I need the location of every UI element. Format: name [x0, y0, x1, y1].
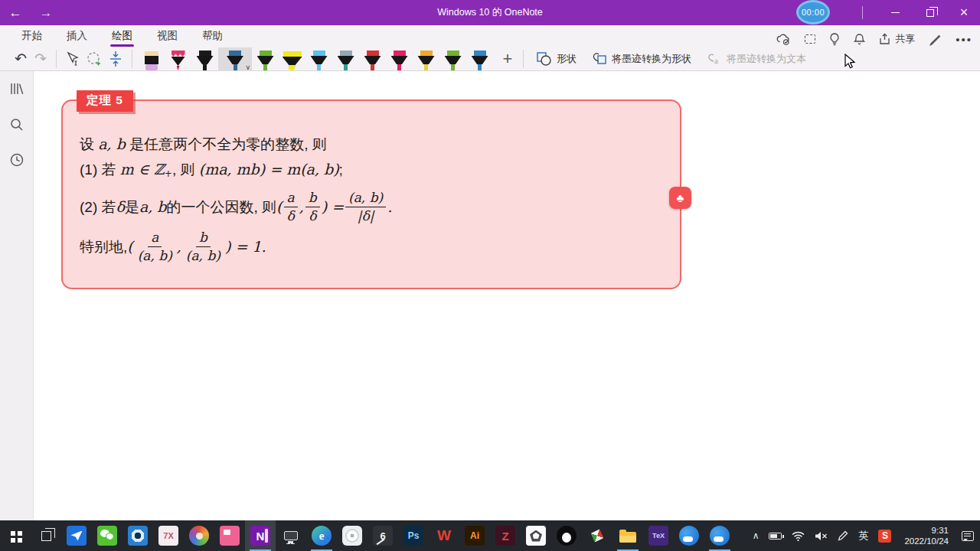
illustrator[interactable]: Ai: [459, 520, 490, 551]
recording-timer: 00:00: [796, 0, 830, 24]
notebooks-icon[interactable]: [8, 82, 25, 100]
app-pink[interactable]: [214, 520, 245, 551]
pen-options-chevron[interactable]: ∨: [245, 64, 250, 71]
highlighter-yellow[interactable]: [279, 47, 305, 71]
svg-text:a: a: [714, 56, 718, 65]
tab-help[interactable]: 帮助: [190, 25, 235, 46]
insert-space-tool[interactable]: [105, 51, 126, 67]
draw-toolbar: ↶ ↷ ∨ + 形状 将墨迹转换为形状: [0, 46, 980, 71]
pen-green-2[interactable]: [439, 47, 466, 71]
sync-status-icon[interactable]: [776, 34, 791, 45]
notifications-bell-icon[interactable]: [854, 33, 865, 46]
wps-office[interactable]: W: [429, 520, 459, 551]
screen: ← → Windows 10 的 OneNote 00:00 × 开始 插入 绘…: [0, 0, 980, 551]
taskbar-apps: 7XNe6PsWAiZTeX: [0, 520, 735, 551]
fraction-b-over-gcd: b(a, b): [183, 230, 224, 263]
app-palette[interactable]: [184, 520, 214, 551]
back-icon[interactable]: ←: [0, 5, 31, 21]
forward-icon[interactable]: →: [31, 5, 61, 21]
redo-button[interactable]: ↷: [31, 50, 51, 67]
geogebra[interactable]: [521, 520, 551, 551]
taskbar: 7XNe6PsWAiZTeX ∧ 英 S 9:31 2022/10/24: [0, 520, 980, 551]
restore-button[interactable]: [914, 0, 946, 25]
lasso-select-tool[interactable]: [83, 51, 105, 67]
pen-crimson[interactable]: [386, 47, 413, 71]
photoshop[interactable]: Ps: [398, 520, 429, 551]
pen-black[interactable]: [191, 47, 218, 71]
wechat[interactable]: [92, 520, 122, 551]
undo-button[interactable]: ↶: [11, 50, 31, 67]
add-pen-button[interactable]: +: [498, 49, 518, 69]
pen-amber[interactable]: [413, 47, 439, 71]
tab-draw[interactable]: 绘图: [100, 25, 145, 46]
full-page-view-icon[interactable]: [805, 34, 815, 44]
theorem-box: 定理 5 设 a, b 是任意两个不全为零的整数, 则 (1) 若 m ∈ ℤ+…: [61, 99, 681, 289]
clover-tag-button[interactable]: ♣: [669, 187, 691, 209]
more-options-icon[interactable]: •••: [956, 33, 972, 46]
tab-insert[interactable]: 插入: [54, 25, 100, 46]
app-flower[interactable]: [337, 520, 368, 551]
tab-home[interactable]: 开始: [9, 25, 54, 46]
app-shutter[interactable]: [122, 520, 153, 551]
share-button[interactable]: 共享: [879, 32, 915, 46]
app-display[interactable]: [276, 520, 306, 551]
window-title: Windows 10 的 OneNote: [0, 6, 980, 19]
wifi-icon[interactable]: [792, 531, 805, 541]
title-bar: ← → Windows 10 的 OneNote 00:00 ×: [0, 0, 980, 25]
volume-muted-icon[interactable]: [815, 531, 828, 541]
pen-silver-teal[interactable]: [332, 47, 359, 71]
app-hand-6[interactable]: 6: [368, 520, 398, 551]
pen-gallery: ∨: [138, 46, 493, 71]
start-button[interactable]: [0, 520, 31, 551]
action-center-icon[interactable]: [962, 531, 974, 541]
recent-notes-clock-icon[interactable]: [9, 152, 24, 171]
page-canvas[interactable]: 定理 5 设 a, b 是任意两个不全为零的整数, 则 (1) 若 m ∈ ℤ+…: [34, 71, 980, 520]
pen-lightblue[interactable]: [305, 47, 332, 71]
microsoft-edge[interactable]: e: [306, 520, 337, 551]
app-pinwheel[interactable]: [582, 520, 612, 551]
fraction-a-over-delta: aδ: [284, 190, 298, 223]
ime-language-indicator[interactable]: 英: [858, 529, 868, 543]
theorem-line-3: (2) 若 δ 是 a, b 的一个公因数, 则 ( aδ , bδ ) = (…: [80, 187, 662, 227]
theorem-line-2: (1) 若 m ∈ ℤ+, 则 (ma, mb) = m(a, b);: [80, 157, 662, 187]
ribbon: 开始 插入 绘图 视图 帮助 共享 •••: [0, 25, 980, 71]
hidden-icons-chevron[interactable]: ∧: [753, 530, 760, 541]
search-icon[interactable]: [9, 117, 24, 135]
battery-icon[interactable]: [769, 533, 782, 540]
pencil-crimson[interactable]: [165, 47, 191, 71]
close-button[interactable]: ×: [948, 0, 980, 25]
share-label: 共享: [895, 32, 915, 46]
pen-blue-2[interactable]: [466, 47, 493, 71]
app-7x[interactable]: 7X: [153, 520, 184, 551]
fraction-a-over-gcd: a(a, b): [135, 230, 175, 263]
qq-browser-1[interactable]: [674, 520, 704, 551]
ink-to-text-button[interactable]: a 将墨迹转换为文本: [699, 47, 814, 70]
file-explorer[interactable]: [612, 520, 643, 551]
eraser[interactable]: [138, 47, 165, 71]
minimize-button[interactable]: [879, 0, 911, 25]
select-objects-tool[interactable]: [62, 51, 83, 67]
app-z[interactable]: Z: [490, 520, 521, 551]
system-tray: ∧ 英 S 9:31 2022/10/24: [753, 520, 980, 551]
windows-ink-pen-icon[interactable]: [838, 530, 848, 542]
task-view-button[interactable]: [31, 520, 61, 551]
qq-browser-2[interactable]: [704, 520, 735, 551]
pen-red[interactable]: [359, 47, 386, 71]
app-blue-plane[interactable]: [61, 520, 92, 551]
qq[interactable]: [551, 520, 582, 551]
theorem-line-1: 设 a, b 是任意两个不全为零的整数, 则: [80, 132, 662, 157]
sogou-input-icon[interactable]: S: [878, 530, 891, 543]
clock-time: 9:31: [904, 525, 949, 536]
pen-green[interactable]: [252, 47, 279, 71]
onenote[interactable]: N: [245, 520, 276, 551]
tab-view[interactable]: 视图: [145, 25, 190, 46]
pen-blue[interactable]: ∨: [218, 47, 252, 71]
draw-mode-pencil-icon[interactable]: [929, 33, 942, 46]
taskbar-clock[interactable]: 9:31 2022/10/24: [901, 525, 952, 546]
ink-to-shape-button[interactable]: 将墨迹转换为形状: [584, 47, 699, 70]
shapes-button[interactable]: 形状: [529, 47, 584, 70]
texworks[interactable]: TeX: [643, 520, 674, 551]
tell-me-lightbulb-icon[interactable]: [829, 33, 840, 46]
theorem-badge: 定理 5: [77, 90, 133, 112]
theorem-line-4: 特别地, ( a(a, b) , b(a, b) ) = 1.: [80, 227, 662, 266]
